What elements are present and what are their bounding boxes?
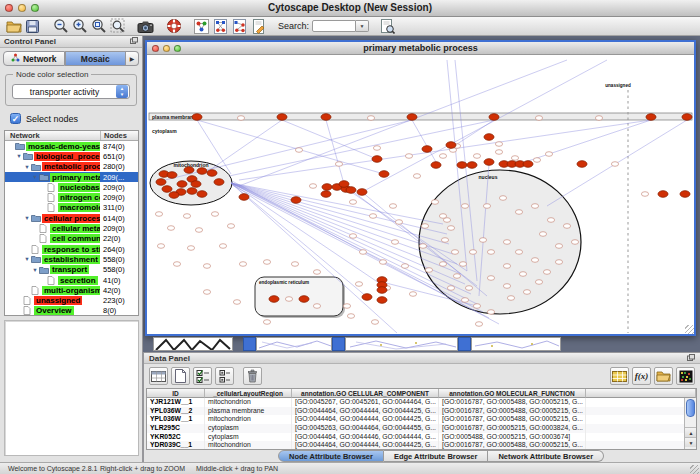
network-node[interactable] <box>547 218 554 223</box>
import-attributes-icon[interactable] <box>610 367 629 385</box>
window-resize-grip[interactable] <box>685 325 694 334</box>
tree-row[interactable]: multi-organism pro42(0) <box>5 285 138 295</box>
network-node[interactable] <box>313 304 320 309</box>
network-node[interactable] <box>447 286 454 291</box>
network-node-selected[interactable] <box>357 189 367 196</box>
network-node-selected[interactable] <box>321 114 331 121</box>
network-canvas[interactable]: plasma membranecytoplasmmitochondrionnuc… <box>147 56 694 334</box>
network-node[interactable] <box>227 224 234 229</box>
network-node[interactable] <box>183 214 190 219</box>
network-node-selected[interactable] <box>156 179 166 186</box>
scroll-down-icon[interactable]: ▼ <box>685 437 697 447</box>
table-row[interactable]: YDR039C__1mitochondrion[GO:0044464, GO:0… <box>147 441 696 450</box>
network-node[interactable] <box>495 142 502 147</box>
float-panel-icon[interactable] <box>130 37 138 46</box>
network-node[interactable] <box>349 200 356 205</box>
network-node[interactable] <box>401 264 408 269</box>
annotation-icon[interactable] <box>249 18 268 35</box>
table-cell[interactable]: [GO:0016787, GO:0005488, GO:0005215, G..… <box>439 398 586 407</box>
network-node[interactable] <box>503 284 510 289</box>
network-node[interactable] <box>355 282 362 287</box>
formula-builder-icon[interactable]: f(x) <box>632 367 651 385</box>
app-titlebar[interactable]: Cytoscape Desktop (New Session) <box>0 0 700 17</box>
network-canvas-svg[interactable]: plasma membranecytoplasmmitochondrionnuc… <box>147 56 694 334</box>
tree-column-nodes[interactable]: Nodes <box>104 131 127 140</box>
table-row[interactable]: YPL036W__2plasma membrane[GO:0044464, GO… <box>147 407 696 416</box>
table-cell[interactable]: [GO:0016787, GO:0005488, GO:0005215, G..… <box>439 407 586 416</box>
network-node-selected[interactable] <box>467 162 477 169</box>
column-header-region[interactable]: _cellularLayoutRegion <box>205 389 292 398</box>
help-icon[interactable] <box>164 18 183 35</box>
network-node[interactable] <box>239 262 246 267</box>
save-session-icon[interactable] <box>23 18 42 35</box>
background-window-fragment[interactable] <box>153 337 233 351</box>
table-cell[interactable]: [GO:0045267, GO:0045261, GO:0044464, G..… <box>292 398 439 407</box>
network-node[interactable] <box>611 162 618 167</box>
network-node[interactable] <box>421 224 428 229</box>
network-node[interactable] <box>563 224 570 229</box>
network-node-selected[interactable] <box>372 156 382 163</box>
unselect-all-attributes-icon[interactable] <box>215 367 234 385</box>
float-data-panel-icon[interactable] <box>687 354 695 363</box>
network-node[interactable] <box>469 250 476 255</box>
network-node[interactable] <box>389 204 396 209</box>
network-node[interactable] <box>431 200 438 205</box>
zoom-in-icon[interactable] <box>70 18 89 35</box>
network-node[interactable] <box>555 260 562 265</box>
table-cell[interactable]: mitochondrion <box>205 441 292 450</box>
network-node[interactable] <box>531 258 538 263</box>
search-dropdown-arrow-icon[interactable]: ▼ <box>356 20 369 32</box>
expander-arrow-icon[interactable]: ▼ <box>31 174 39 180</box>
network-node[interactable] <box>461 204 468 209</box>
network-node[interactable] <box>473 154 480 159</box>
network-node[interactable] <box>285 297 292 302</box>
search-input[interactable] <box>312 20 356 32</box>
tree-row[interactable]: response to stimulu264(0) <box>5 244 138 254</box>
column-header-molecular-function[interactable]: annotation.GO MOLECULAR_FUNCTION <box>439 389 586 398</box>
network-node[interactable] <box>309 184 316 189</box>
network-node-selected[interactable] <box>207 170 217 177</box>
table-cell[interactable]: [GO:0016787, GO:0005488, GO:0005215, G..… <box>439 441 586 450</box>
network-node-selected[interactable] <box>197 168 207 175</box>
table-cell[interactable]: [GO:0044464, GO:0044444, GO:0044425, G..… <box>292 415 439 424</box>
background-window-edge[interactable] <box>458 337 471 351</box>
network-node[interactable] <box>507 296 514 301</box>
table-row[interactable]: YPL036W__1mitochondrion[GO:0044464, GO:0… <box>147 415 696 424</box>
network-node-selected[interactable] <box>291 197 301 204</box>
table-cell[interactable]: plasma membrane <box>205 407 292 416</box>
network-node[interactable] <box>219 244 226 249</box>
network-node-selected[interactable] <box>162 186 172 193</box>
table-cell[interactable]: [GO:0016787, GO:0005488, GO:0005215, G..… <box>439 415 586 424</box>
network-node-selected[interactable] <box>239 194 249 201</box>
network-node[interactable] <box>203 290 210 295</box>
network-node[interactable] <box>155 212 162 217</box>
network-node[interactable] <box>237 116 244 121</box>
network-node[interactable] <box>511 156 518 161</box>
network-node-selected[interactable] <box>169 192 179 199</box>
network-node[interactable] <box>359 250 366 255</box>
network-node[interactable] <box>157 244 164 249</box>
network-node[interactable] <box>543 270 550 275</box>
network-node[interactable] <box>495 150 502 155</box>
table-cell[interactable]: mitochondrion <box>205 415 292 424</box>
tree-row[interactable]: ▼primary metabo209(... <box>5 172 138 182</box>
table-cell[interactable]: YJR121W__1 <box>147 398 205 407</box>
network-node[interactable] <box>539 232 546 237</box>
tree-row[interactable]: ▼metabolic process280(0) <box>5 162 138 172</box>
tab-network[interactable]: Network <box>3 51 65 66</box>
tree-row[interactable]: nitrogen compo209(0) <box>5 192 138 202</box>
open-session-icon[interactable] <box>4 18 23 35</box>
table-cell[interactable]: [GO:0045263, GO:0044464, GO:0044455, G..… <box>292 424 439 433</box>
scroll-up-icon[interactable]: ▲ <box>685 427 697 437</box>
network-node-selected[interactable] <box>484 159 494 166</box>
zoom-selected-region-icon[interactable] <box>108 18 127 35</box>
network-node[interactable] <box>461 298 468 303</box>
network-node[interactable] <box>487 250 494 255</box>
network-node[interactable] <box>263 320 270 325</box>
network-node-selected[interactable] <box>167 172 177 179</box>
network-node[interactable] <box>441 238 448 243</box>
tree-column-network[interactable]: Network <box>10 131 40 140</box>
network-node[interactable] <box>439 214 446 219</box>
network-node-selected[interactable] <box>192 114 202 121</box>
background-window-edge[interactable] <box>243 337 256 351</box>
